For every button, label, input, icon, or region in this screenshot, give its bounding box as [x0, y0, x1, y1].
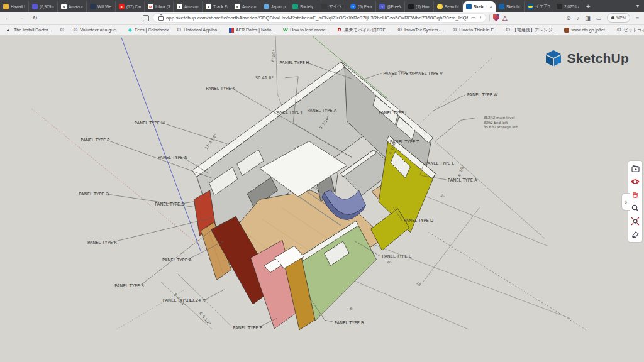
- pan-tool-button[interactable]: [629, 189, 641, 201]
- stats-line: 35.6ft2 storage loft: [484, 125, 518, 129]
- globe-icon: ⊕: [616, 27, 622, 33]
- orbit-tool-button[interactable]: [629, 175, 641, 188]
- dim-text: 8': [387, 260, 392, 265]
- tab-6[interactable]: aAmazon: [174, 1, 203, 12]
- panel-label: PANEL TYPE B: [335, 321, 364, 326]
- dim-text: 11' 4 1/8": [204, 133, 218, 150]
- sketchup-logo-icon: [545, 50, 562, 67]
- panel-label: PANEL TYPE U: [383, 71, 413, 76]
- bookmark-item[interactable]: The Install Doctor...: [4, 27, 54, 33]
- forward-button[interactable]: →: [15, 16, 28, 20]
- tab-title: Amazon: [184, 4, 199, 9]
- dim-text: 8': [349, 307, 354, 312]
- sketchup-favicon: [499, 4, 504, 9]
- side-panel-icon[interactable]: ◨: [585, 15, 591, 21]
- tab-9[interactable]: Japan pu: [260, 1, 289, 12]
- tab-1[interactable]: (6,979 u: [29, 1, 58, 12]
- tab-title: @FreeW: [387, 4, 401, 9]
- tab-favicon: [90, 4, 96, 9]
- wise-icon: W: [282, 27, 288, 33]
- tab-7[interactable]: aTrack Pa: [203, 1, 231, 12]
- tab-0[interactable]: Hawaii R: [0, 1, 29, 12]
- lock-icon[interactable]: [158, 16, 164, 21]
- tab-title: Will We: [97, 4, 111, 9]
- tab-3[interactable]: Will We: [87, 1, 116, 12]
- panel-label: PANEL TYPE L: [379, 111, 408, 116]
- reading-list-icon[interactable]: [143, 15, 149, 21]
- back-button[interactable]: ←: [0, 14, 15, 21]
- bookmark-label: 【宅急便】アレンジ...: [513, 27, 557, 33]
- tab-title: (17) Can: [126, 4, 141, 9]
- divider: [489, 14, 490, 21]
- bookmark-item[interactable]: www.nta.go.jp/tet...: [561, 27, 611, 33]
- camera-favicon: [321, 4, 327, 9]
- bookmark-item[interactable]: ⊕InovaTec System -...: [394, 27, 447, 33]
- tab-active-sketchup[interactable]: Sketc×: [463, 1, 496, 12]
- tab-19[interactable]: 2,025 La: [553, 1, 582, 12]
- bookmark-label: InovaTec System -...: [404, 28, 444, 32]
- tab-12[interactable]: f(5) Face: [347, 1, 376, 12]
- bookmark-item[interactable]: ⊕【宅急便】アレンジ...: [502, 27, 559, 33]
- sketchup-viewport[interactable]: PANEL TYPE H 30.41 ft² PANEL TYPE K PANE…: [0, 36, 644, 362]
- panel-label: PANEL TYPE C: [382, 254, 412, 259]
- zoom-extents-tool-button[interactable]: [629, 215, 641, 228]
- tab-close-icon[interactable]: ×: [489, 4, 492, 9]
- tab-18[interactable]: イケアで: [525, 1, 553, 12]
- adblock-extension-icon[interactable]: 0: [493, 14, 499, 21]
- amazon-favicon: a: [206, 4, 211, 9]
- tab-11[interactable]: マイペー: [318, 1, 347, 12]
- bookmark-item[interactable]: WHow to lend mone...: [280, 27, 331, 33]
- dim-text: 8' 1/8": [270, 49, 276, 62]
- menu-icon[interactable]: ≡: [636, 15, 639, 21]
- tab-2[interactable]: aAmazon: [58, 1, 87, 12]
- bookmark-item[interactable]: ⊕ビットコインと所得...: [614, 27, 644, 33]
- vpn-button[interactable]: VPN: [607, 13, 630, 23]
- nta-icon: [564, 27, 569, 33]
- extension-triangle-icon[interactable]: △: [502, 15, 508, 21]
- amazon-favicon: a: [61, 4, 67, 9]
- reload-button[interactable]: ↻: [28, 14, 42, 21]
- panel-label: PANEL TYPE R: [87, 240, 117, 245]
- bookmark-item[interactable]: ⊕Volunteer at a gue...: [70, 27, 122, 33]
- tab-10[interactable]: Society: [289, 1, 318, 12]
- zoom-tool-button[interactable]: [629, 202, 641, 214]
- tab-13[interactable]: T@FreeW: [376, 1, 405, 12]
- tab-search-chevron[interactable]: ▾: [631, 3, 644, 9]
- tab-5[interactable]: MInbox (3: [145, 1, 174, 12]
- bookmark-item[interactable]: ⊕Historical Applica...: [174, 27, 223, 33]
- bookmark-item[interactable]: ⊕How to Think in E...: [449, 27, 500, 33]
- url-text[interactable]: app.sketchup.com/share/tc/northAmerica/S…: [166, 15, 468, 21]
- tab-title: Sketc: [474, 4, 484, 9]
- eraser-tool-button[interactable]: [629, 228, 641, 241]
- tab-15[interactable]: Search f: [434, 1, 463, 12]
- tab-title: 2,025 La: [564, 4, 579, 9]
- tab-17[interactable]: SketchUp: [496, 1, 525, 12]
- screen-icon[interactable]: ▭: [596, 15, 602, 21]
- new-tab-button[interactable]: +: [582, 3, 594, 10]
- ikea-favicon: [528, 4, 533, 9]
- bookmark-label: AFR Rates | Natio...: [236, 28, 275, 32]
- tab-4[interactable]: ▶(17) Can: [116, 1, 145, 12]
- bookmark-item[interactable]: R楽天モバイル:旧FRE...: [334, 27, 391, 33]
- loop-icon[interactable]: ⊙: [566, 15, 571, 21]
- bookmark-item[interactable]: ◆Fees | Coincheck: [125, 27, 171, 33]
- vpn-label: VPN: [616, 16, 625, 20]
- address-bar[interactable]: app.sketchup.com/share/tc/northAmerica/S…: [153, 13, 486, 23]
- scenes-tool-button[interactable]: [629, 162, 641, 175]
- bookmark-item[interactable]: AFR Rates | Natio...: [226, 27, 277, 33]
- panel-expand-chevron[interactable]: ›: [621, 193, 630, 211]
- share-icon[interactable]: ↑: [479, 15, 482, 21]
- facebook-favicon: f: [350, 4, 356, 9]
- tab-8[interactable]: aAmazon: [231, 1, 260, 12]
- stats-line: 352ft2 main level: [484, 116, 515, 119]
- tab-14[interactable]: (1) Hom: [405, 1, 434, 12]
- globe-icon: ⊕: [452, 27, 457, 33]
- bookmark-label: How to Think in E...: [459, 28, 497, 32]
- media-icon[interactable]: ♪: [577, 15, 580, 21]
- area-label: 30.41 ft²: [255, 75, 274, 80]
- bookmark-label: The Install Doctor...: [14, 28, 52, 32]
- pip-icon[interactable]: ▭: [471, 15, 476, 21]
- tab-title: (1) Hom: [416, 4, 430, 9]
- bookmark-item[interactable]: ⊕: [57, 27, 67, 33]
- globe-icon: ⊕: [72, 27, 78, 33]
